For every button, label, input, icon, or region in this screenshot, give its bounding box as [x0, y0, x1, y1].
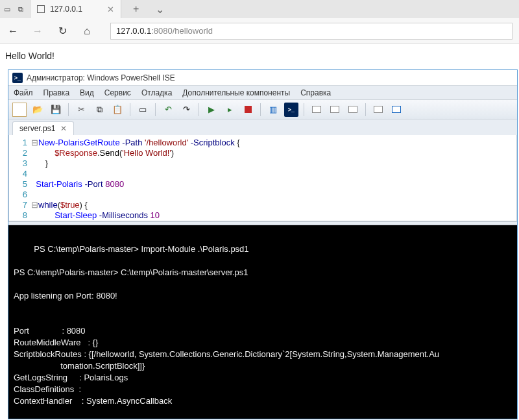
show-command-button[interactable] [389, 103, 404, 117]
window-controls: ▭ ⧉ [4, 5, 23, 14]
browser-titlebar: ▭ ⧉ 127.0.0.1 ✕ + ⌄ [0, 0, 519, 18]
show-command-addon-button[interactable] [371, 103, 385, 117]
ise-toolbar: 📂 💾 ✂ ⧉ 📋 ▭ ↶ ↷ ▶ ▸ ▥ >_ [8, 100, 517, 119]
menu-edit[interactable]: Правка [43, 88, 70, 97]
paste-button[interactable]: 📋 [110, 103, 125, 117]
menu-file[interactable]: Файл [14, 88, 33, 97]
show-script-pane-right-button[interactable] [328, 103, 342, 117]
browser-toolbar: ← → ↻ ⌂ 127.0.0.1:8080/helloworld [0, 18, 519, 44]
tab-actions-chevron-icon[interactable]: ⌄ [151, 3, 169, 16]
ise-script-tabs: server.ps1 ✕ [8, 119, 517, 135]
console-pane[interactable]: PS C:\temp\Polaris-master> Import-Module… [8, 225, 517, 419]
script-tab[interactable]: server.ps1 ✕ [12, 121, 74, 135]
ise-menu-bar: Файл Правка Вид Сервис Отладка Дополните… [8, 86, 517, 100]
powershell-icon: >_ [12, 73, 23, 83]
script-editor[interactable]: 123456789 ⊟New-PolarisGetRoute -Path '/h… [8, 135, 517, 221]
menu-tools[interactable]: Сервис [104, 88, 131, 97]
ise-titlebar[interactable]: >_ Администратор: Windows PowerShell ISE [8, 70, 517, 86]
menu-addons[interactable]: Дополнительные компоненты [182, 88, 290, 97]
favicon-icon [37, 5, 45, 13]
cut-button[interactable]: ✂ [74, 103, 88, 117]
toolbar-separator [199, 103, 199, 116]
page-body: Hello World! [0, 44, 519, 68]
toolbar-separator [260, 103, 261, 116]
tab-close-icon[interactable]: ✕ [107, 5, 114, 14]
run-script-button[interactable]: ▶ [204, 103, 219, 117]
open-file-button[interactable]: 📂 [30, 103, 45, 117]
forward-button[interactable]: → [31, 25, 44, 37]
tab-title: 127.0.0.1 [50, 5, 82, 14]
undo-button[interactable]: ↶ [161, 103, 175, 117]
address-host: 127.0.0.1 [116, 26, 151, 36]
toolbar-separator [155, 103, 156, 116]
back-button[interactable]: ← [6, 25, 19, 37]
line-number-gutter: 123456789 [9, 138, 31, 218]
new-tab-button[interactable]: + [128, 3, 144, 15]
window-restore-icon[interactable]: ⧉ [18, 5, 23, 14]
new-file-button[interactable] [12, 103, 27, 117]
menu-help[interactable]: Справка [300, 88, 331, 97]
code-content[interactable]: ⊟New-PolarisGetRoute -Path '/helloworld'… [31, 138, 516, 218]
browser-tab[interactable]: 127.0.0.1 ✕ [30, 0, 121, 18]
refresh-button[interactable]: ↻ [56, 25, 69, 37]
console-output: PS C:\temp\Polaris-master> Import-Module… [14, 244, 439, 419]
copy-button[interactable]: ⧉ [92, 103, 106, 117]
script-tab-close-icon[interactable]: ✕ [60, 124, 67, 133]
window-tab-icon[interactable]: ▭ [4, 5, 10, 14]
start-powershell-button[interactable]: >_ [284, 103, 298, 117]
save-button[interactable]: 💾 [49, 103, 63, 117]
toolbar-separator [68, 103, 69, 116]
show-script-pane-max-button[interactable] [346, 103, 360, 117]
menu-view[interactable]: Вид [80, 88, 94, 97]
home-button[interactable]: ⌂ [80, 25, 93, 37]
show-script-pane-top-button[interactable] [309, 103, 324, 117]
hello-world-text: Hello World! [5, 51, 54, 61]
run-selection-button[interactable]: ▸ [223, 103, 237, 117]
new-remote-tab-button[interactable]: ▥ [266, 103, 280, 117]
ise-window: >_ Администратор: Windows PowerShell ISE… [8, 69, 518, 419]
clear-output-button[interactable]: ▭ [136, 103, 150, 117]
redo-button[interactable]: ↷ [179, 103, 193, 117]
stop-button[interactable] [241, 103, 255, 117]
address-path: :8080/helloworld [151, 26, 213, 36]
toolbar-separator [130, 103, 130, 116]
address-bar[interactable]: 127.0.0.1:8080/helloworld [110, 23, 513, 40]
toolbar-separator [365, 103, 366, 116]
toolbar-separator [304, 103, 304, 116]
script-tab-name: server.ps1 [19, 124, 55, 133]
ise-title-text: Администратор: Windows PowerShell ISE [27, 73, 175, 82]
menu-debug[interactable]: Отладка [141, 88, 172, 97]
